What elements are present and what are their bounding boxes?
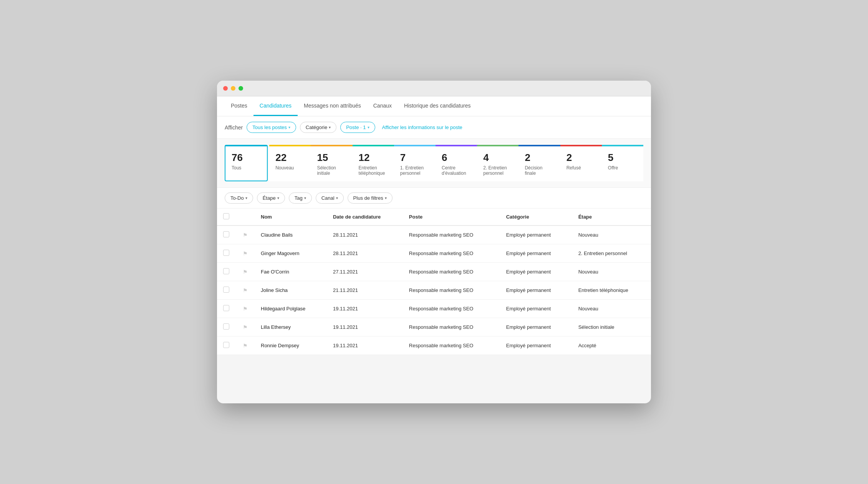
row-name[interactable]: Hildegaard Polglase [255,300,327,318]
table-row[interactable]: ⚑ Claudine Bails 28.11.2021 Responsable … [217,225,651,244]
stat-entretien-2[interactable]: 4 2. Entretien personnel [477,145,518,181]
row-etape: Sélection initiale [572,318,651,336]
row-name[interactable]: Lilla Ethersey [255,318,327,336]
table-row[interactable]: ⚑ Ronnie Dempsey 19.11.2021 Responsable … [217,336,651,355]
row-checkbox-cell[interactable] [217,300,235,318]
flag-icon: ⚑ [243,232,248,238]
maximize-dot[interactable] [239,86,243,91]
stat-selection[interactable]: 15 Sélection initiale [311,145,352,181]
row-checkbox[interactable] [223,342,229,348]
table-row[interactable]: ⚑ Joline Sicha 21.11.2021 Responsable ma… [217,281,651,300]
row-checkbox[interactable] [223,323,229,330]
row-priority-cell: ⚑ [235,244,255,263]
row-checkbox-cell[interactable] [217,281,235,300]
row-categorie: Employé permanent [500,244,572,263]
stat-entretien-1[interactable]: 7 1. Entretien personnel [394,145,436,181]
chevron-down-icon: ▾ [385,196,387,200]
row-checkbox[interactable] [223,268,229,274]
tab-canaux[interactable]: Canaux [367,96,398,116]
etape-header: Étape [572,209,651,225]
priority-header [235,209,255,225]
flag-icon: ⚑ [243,306,248,312]
tag-button[interactable]: Tag ▾ [289,192,312,204]
row-etape: Accepté [572,336,651,355]
tab-messages[interactable]: Messages non attribués [298,96,367,116]
stat-centre[interactable]: 6 Centre d'évaluation [436,145,477,181]
row-checkbox-cell[interactable] [217,244,235,263]
row-checkbox[interactable] [223,287,229,293]
row-categorie: Employé permanent [500,336,572,355]
table-row[interactable]: ⚑ Lilla Ethersey 19.11.2021 Responsable … [217,318,651,336]
tous-postes-button[interactable]: Tous les postes ▾ [247,122,296,133]
poste-button[interactable]: Poste · 1 ▾ [340,122,375,133]
chevron-down-icon: ▾ [277,196,279,200]
row-checkbox-cell[interactable] [217,263,235,281]
row-date: 28.11.2021 [327,244,403,263]
plus-filtres-button[interactable]: Plus de filtres ▾ [348,192,393,204]
flag-icon: ⚑ [243,269,248,275]
chevron-down-icon: ▾ [245,196,247,200]
row-name[interactable]: Ronnie Dempsey [255,336,327,355]
row-date: 19.11.2021 [327,300,403,318]
row-checkbox-cell[interactable] [217,225,235,244]
row-name[interactable]: Fae O'Corrin [255,263,327,281]
row-etape: Entretien téléphonique [572,281,651,300]
tab-candidatures[interactable]: Candidatures [253,96,298,116]
canal-button[interactable]: Canal ▾ [316,192,344,204]
row-checkbox[interactable] [223,231,229,237]
row-name[interactable]: Joline Sicha [255,281,327,300]
stat-entretien-tel[interactable]: 12 Entretien téléphonique [353,145,394,181]
row-date: 27.11.2021 [327,263,403,281]
row-name[interactable]: Ginger Magovern [255,244,327,263]
candidates-table: Nom Date de candidature Poste Catégorie … [217,209,651,355]
nom-header: Nom [255,209,327,225]
minimize-dot[interactable] [231,86,235,91]
row-categorie: Employé permanent [500,225,572,244]
filters-row2: To-Do ▾ Étape ▾ Tag ▾ Canal ▾ Plus de fi… [217,188,651,209]
chevron-down-icon: ▾ [329,125,331,129]
row-date: 21.11.2021 [327,281,403,300]
etape-button[interactable]: Étape ▾ [257,192,285,204]
flag-icon: ⚑ [243,343,248,349]
row-checkbox[interactable] [223,250,229,256]
chevron-down-icon: ▾ [304,196,306,200]
row-poste: Responsable marketing SEO [403,244,500,263]
tab-historique[interactable]: Historique des candidatures [398,96,477,116]
row-checkbox-cell[interactable] [217,336,235,355]
row-priority-cell: ⚑ [235,263,255,281]
date-header: Date de candidature [327,209,403,225]
afficher-infos-link[interactable]: Afficher les informations sur le poste [382,124,462,130]
stat-nouveau[interactable]: 22 Nouveau [269,145,311,181]
row-name[interactable]: Claudine Bails [255,225,327,244]
flag-icon: ⚑ [243,324,248,330]
table-row[interactable]: ⚑ Hildegaard Polglase 19.11.2021 Respons… [217,300,651,318]
table-row[interactable]: ⚑ Fae O'Corrin 27.11.2021 Responsable ma… [217,263,651,281]
select-all-header[interactable] [217,209,235,225]
row-priority-cell: ⚑ [235,281,255,300]
stat-decision[interactable]: 2 Décision finale [518,145,560,181]
stats-row: 76 Tous 22 Nouveau 15 Sélection initiale… [217,139,651,188]
poste-header: Poste [403,209,500,225]
flag-icon: ⚑ [243,250,248,257]
row-priority-cell: ⚑ [235,318,255,336]
row-poste: Responsable marketing SEO [403,300,500,318]
select-all-checkbox[interactable] [223,213,229,219]
row-etape: Nouveau [572,263,651,281]
stat-tous[interactable]: 76 Tous [225,145,268,181]
tab-postes[interactable]: Postes [225,96,253,116]
row-priority-cell: ⚑ [235,336,255,355]
row-checkbox-cell[interactable] [217,318,235,336]
stat-offre[interactable]: 5 Offre [602,145,643,181]
categorie-button[interactable]: Catégorie ▾ [300,122,336,133]
table-row[interactable]: ⚑ Ginger Magovern 28.11.2021 Responsable… [217,244,651,263]
chevron-down-icon: ▾ [288,125,290,129]
row-priority-cell: ⚑ [235,300,255,318]
stat-refuse[interactable]: 2 Refusé [560,145,602,181]
row-checkbox[interactable] [223,305,229,311]
close-dot[interactable] [223,86,228,91]
row-date: 19.11.2021 [327,318,403,336]
tag-label: Tag [295,195,303,201]
main-content: Postes Candidatures Messages non attribu… [217,96,651,355]
todo-button[interactable]: To-Do ▾ [225,192,253,204]
row-etape: Nouveau [572,300,651,318]
